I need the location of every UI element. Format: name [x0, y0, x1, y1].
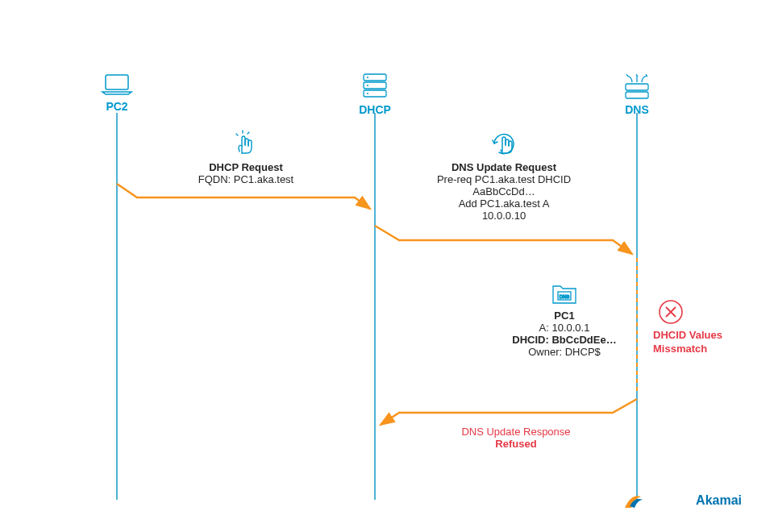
arrow-dns-update-response: [0, 0, 774, 532]
diagram-canvas: PC2 DHCP DNS: [0, 0, 774, 532]
msg-title: DNS Update Response: [435, 426, 597, 438]
msg-dns-update-response: DNS Update Response Refused: [435, 426, 597, 450]
brand-text: Akamai: [696, 493, 742, 507]
msg-status: Refused: [435, 438, 597, 450]
brand-logo: Akamai: [623, 490, 742, 516]
akamai-icon: [623, 490, 696, 513]
